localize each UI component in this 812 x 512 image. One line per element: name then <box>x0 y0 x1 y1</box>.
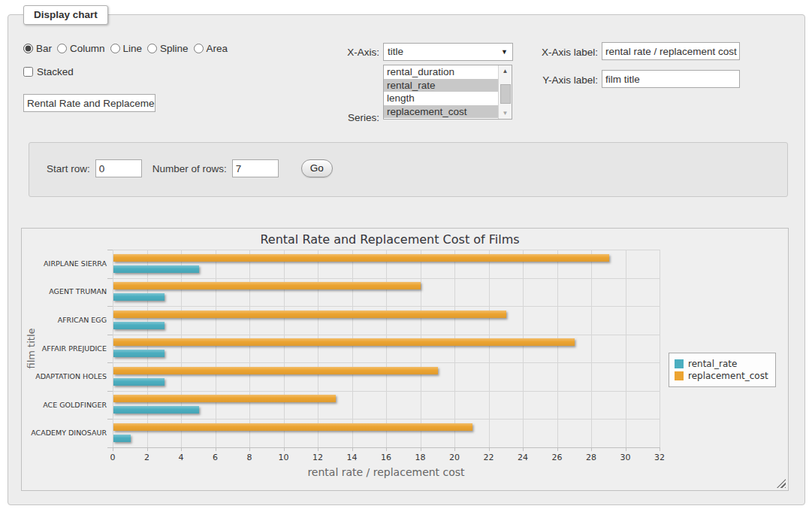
category-label: AFRICAN EGG <box>23 315 107 326</box>
gridline-vertical <box>216 250 216 447</box>
chart-type-group: BarColumnLineSplineArea <box>23 43 233 54</box>
bar-replacement_cost[interactable] <box>113 395 336 402</box>
stacked-checkbox[interactable] <box>23 67 33 77</box>
bar-rental_rate[interactable] <box>113 435 131 442</box>
category-label: ACE GOLDFINGER <box>23 400 107 411</box>
gridline-vertical <box>421 250 421 447</box>
radio-label-column: Column <box>70 43 105 54</box>
scroll-up-icon[interactable]: ▲ <box>499 65 512 77</box>
series-listbox[interactable]: rental_durationrental_ratelengthreplacem… <box>383 65 512 120</box>
gridline-vertical <box>113 250 113 447</box>
x-axis-tick-label: 14 <box>341 453 364 462</box>
x-axis-tick <box>523 448 524 451</box>
y-axis-tick <box>107 250 113 250</box>
series-scrollbar[interactable]: ▲ ▼ <box>498 65 512 119</box>
x-axis-field-label: X-Axis: <box>309 47 379 58</box>
bar-rental_rate[interactable] <box>113 265 199 273</box>
start-row-input[interactable] <box>95 159 142 177</box>
legend-swatch-rental_rate <box>675 359 684 368</box>
chart-type-option-line[interactable]: Line <box>110 43 143 54</box>
scrollbar-thumb[interactable] <box>500 84 511 104</box>
series-field-label: Series: <box>309 112 379 123</box>
stacked-checkbox-row[interactable]: Stacked <box>23 66 74 77</box>
series-option-length[interactable]: length <box>384 92 499 105</box>
chart-type-option-bar[interactable]: Bar <box>23 43 52 54</box>
legend-swatch-replacement_cost <box>675 371 684 380</box>
bar-rental_rate[interactable] <box>113 322 165 329</box>
resize-grip-icon[interactable] <box>777 479 786 488</box>
gridline-vertical <box>523 250 524 447</box>
chart-container: Rental Rate and Replacement Cost of Film… <box>21 228 789 491</box>
x-axis-tick <box>626 448 626 451</box>
gridline-horizontal <box>113 306 660 307</box>
x-axis-tick <box>181 448 182 451</box>
radio-area[interactable] <box>194 44 204 53</box>
bar-rental_rate[interactable] <box>113 293 165 301</box>
page: Display chart BarColumnLineSplineArea St… <box>0 0 812 512</box>
gridline-vertical <box>249 250 250 447</box>
series-option-rental_rate[interactable]: rental_rate <box>384 79 499 92</box>
x-axis-tick <box>216 448 216 451</box>
x-axis-tick <box>113 448 113 451</box>
x-axis-tick-label: 32 <box>648 453 671 462</box>
chart-type-option-column[interactable]: Column <box>57 43 105 54</box>
x-axis-tick-label: 12 <box>306 453 329 462</box>
number-of-rows-input[interactable] <box>232 159 279 177</box>
go-button[interactable]: Go <box>301 159 333 177</box>
bar-replacement_cost[interactable] <box>113 311 506 318</box>
series-option-replacement_cost[interactable]: replacement_cost <box>384 105 499 119</box>
x-axis-tick-label: 22 <box>478 453 500 462</box>
chart-type-option-area[interactable]: Area <box>194 43 228 54</box>
fieldset-legend: Display chart <box>23 5 108 25</box>
scroll-down-icon[interactable]: ▼ <box>499 108 512 119</box>
bar-rental_rate[interactable] <box>113 406 199 414</box>
x-axis-tick <box>557 448 558 451</box>
x-axis-select[interactable]: title ▼ <box>383 43 513 61</box>
chart-type-option-spline[interactable]: Spline <box>147 43 189 54</box>
y-axis-label-input[interactable] <box>602 70 740 88</box>
bar-replacement_cost[interactable] <box>113 338 575 346</box>
bar-replacement_cost[interactable] <box>113 423 472 431</box>
x-axis-tick-label: 18 <box>409 453 432 462</box>
gridline-vertical <box>318 250 318 447</box>
category-label: AGENT TRUMAN <box>23 286 107 297</box>
chart-title-input[interactable] <box>23 94 155 112</box>
category-label: ACADEMY DINOSAUR <box>23 428 107 438</box>
row-controls: Start row: Number of rows: Go <box>47 159 333 177</box>
x-axis-tick-label: 8 <box>238 453 261 462</box>
radio-spline[interactable] <box>147 44 157 53</box>
radio-label-spline: Spline <box>160 43 189 54</box>
x-axis-tick <box>591 448 592 451</box>
x-axis-tick <box>147 448 148 451</box>
chart-title: Rental Rate and Replacement Cost of Film… <box>22 232 758 247</box>
bar-replacement_cost[interactable] <box>113 367 438 374</box>
bar-replacement_cost[interactable] <box>113 254 609 262</box>
bar-rental_rate[interactable] <box>113 350 165 357</box>
radio-line[interactable] <box>110 44 120 53</box>
radio-label-line: Line <box>123 43 143 54</box>
bar-rental_rate[interactable] <box>113 378 165 386</box>
x-axis-line <box>113 447 660 448</box>
series-option-rental_duration[interactable]: rental_duration <box>384 65 499 79</box>
radio-column[interactable] <box>57 44 67 53</box>
legend-item-replacement_cost[interactable]: replacement_cost <box>675 371 768 381</box>
stacked-label: Stacked <box>37 66 74 77</box>
legend-item-rental_rate[interactable]: rental_rate <box>675 359 768 369</box>
bar-replacement_cost[interactable] <box>113 282 421 289</box>
y-axis-tick <box>107 447 113 448</box>
x-axis-label-input[interactable] <box>602 42 740 60</box>
y-axis-tick <box>107 391 113 392</box>
x-axis-title: rental rate / replacement cost <box>22 466 750 478</box>
x-axis-tick <box>454 448 455 451</box>
gridline-vertical <box>352 250 353 447</box>
legend-label-replacement_cost: replacement_cost <box>688 371 768 381</box>
x-axis-tick-label: 24 <box>512 453 534 462</box>
gridline-vertical <box>660 250 660 447</box>
radio-label-area: Area <box>207 43 228 54</box>
x-axis-tick <box>249 448 250 451</box>
gridline-horizontal <box>113 278 660 279</box>
x-axis-tick-label: 30 <box>614 453 637 462</box>
display-chart-fieldset: Display chart BarColumnLineSplineArea St… <box>8 14 805 505</box>
radio-bar[interactable] <box>23 44 33 53</box>
x-axis-label-field-label: X-Axis label: <box>516 47 598 58</box>
